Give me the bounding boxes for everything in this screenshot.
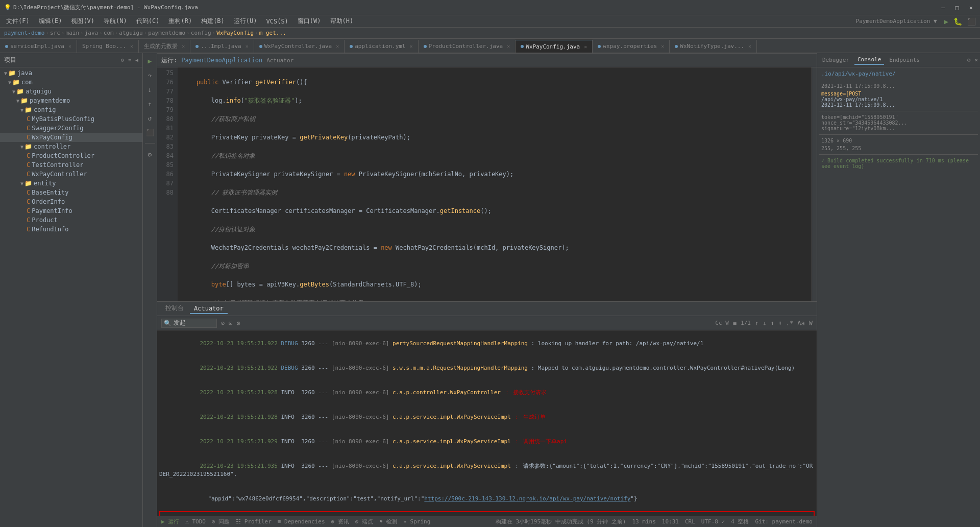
tree-item-controller[interactable]: ▼ 📁 controller: [0, 142, 142, 151]
stop-btn[interactable]: ⬛: [144, 127, 156, 138]
tab-close[interactable]: ✕: [246, 43, 249, 49]
clear-btn[interactable]: ⊡: [229, 320, 232, 327]
tab-close[interactable]: ✕: [584, 44, 587, 50]
maximize-button[interactable]: □: [952, 3, 962, 12]
tree-item-baseentity[interactable]: C BaseEntity: [0, 188, 142, 197]
scroll-btn[interactable]: ≡: [733, 320, 737, 327]
tree-item-wxpayconfig[interactable]: C WxPayConfig: [0, 133, 142, 142]
tree-item-entity[interactable]: ▼ 📁 entity: [0, 179, 142, 188]
bc-src[interactable]: src: [50, 30, 60, 36]
bc-config[interactable]: config: [191, 30, 211, 36]
tab-springboot[interactable]: Spring Boo... ✕: [77, 40, 139, 53]
tab-close[interactable]: ✕: [410, 43, 413, 49]
tab-close[interactable]: ✕: [68, 43, 71, 49]
menu-refactor[interactable]: 重构(R): [164, 16, 196, 27]
indent[interactable]: 4 空格: [731, 518, 749, 525]
run-app-selector[interactable]: PaymentDemoApplication ▼: [852, 18, 941, 25]
tree-item-testcontroller[interactable]: C TestController: [0, 160, 142, 170]
tab-appyml[interactable]: application.yml ✕: [345, 40, 418, 53]
menu-vcs[interactable]: VCS(S): [262, 17, 292, 26]
menu-build[interactable]: 构建(B): [197, 16, 229, 27]
tree-item-swagger[interactable]: C Swagger2Config: [0, 124, 142, 133]
git-branch[interactable]: Git: payment-demo: [755, 518, 813, 525]
status-deps[interactable]: ≡ Dependencies: [278, 518, 325, 525]
tab-serviceimpl[interactable]: serviceImpl.java ✕: [0, 40, 77, 53]
api-path[interactable]: .io/api/wx-pay/native/: [819, 69, 978, 78]
tree-item-mybatisplus[interactable]: C MyBatisPlusConfig: [0, 114, 142, 124]
tab-wxpayconfig[interactable]: WxPayConfig.java ✕: [516, 40, 593, 53]
console-content[interactable]: 2022-10-23 19:55:21.922 DEBUG 3260 --- […: [157, 330, 817, 516]
tab-close[interactable]: ✕: [130, 43, 133, 49]
minimize-button[interactable]: —: [938, 3, 948, 12]
menu-view[interactable]: 视图(V): [67, 16, 99, 27]
case-btn[interactable]: Aa: [797, 320, 804, 327]
menu-file[interactable]: 文件(F): [2, 16, 34, 27]
tree-item-refundinfo[interactable]: C RefundInfo: [0, 225, 142, 234]
step-out-btn[interactable]: ↑: [144, 98, 156, 109]
debug-button-top[interactable]: 🐛: [951, 17, 964, 26]
actuator-tab[interactable]: Actuator: [266, 57, 293, 64]
collapse-btn[interactable]: ⬇: [778, 320, 782, 327]
search-box[interactable]: 🔍: [161, 319, 217, 328]
tree-item-config[interactable]: ▼ 📁 config: [0, 105, 142, 114]
r-tab-debugger[interactable]: Debugger: [819, 56, 852, 64]
bc-java[interactable]: java: [85, 30, 99, 36]
step-over-btn[interactable]: ↷: [144, 69, 156, 81]
bc-payment[interactable]: payment-demo: [4, 30, 44, 36]
sidebar-expand[interactable]: ◀: [135, 57, 138, 63]
menu-help[interactable]: 帮助(H): [326, 16, 358, 27]
bc-com[interactable]: com: [104, 30, 114, 36]
word-wrap-btn[interactable]: Cc W: [715, 320, 729, 326]
filter-btn[interactable]: ⊘: [221, 320, 225, 327]
tree-item-java[interactable]: ▼ 📁 java: [0, 68, 142, 78]
menu-edit[interactable]: 编辑(E): [35, 16, 66, 27]
tree-item-wxpaycontroller[interactable]: C WxPayController: [0, 170, 142, 179]
tab-wxpaycontroller[interactable]: WxPayController.java ✕: [254, 40, 345, 53]
bc-paymentdemo[interactable]: paymentdemo: [148, 30, 185, 36]
sidebar-collapse[interactable]: ≡: [128, 57, 131, 63]
status-problems[interactable]: ⊙ 问题: [212, 518, 230, 525]
tab-metadata[interactable]: 生成的元数据 ✕: [139, 40, 190, 53]
menu-nav[interactable]: 导航(N): [100, 16, 131, 27]
run-btn[interactable]: ▶: [144, 55, 156, 66]
tab-close[interactable]: ✕: [182, 43, 185, 49]
app-name[interactable]: PaymentDemoApplication: [181, 57, 262, 64]
right-close[interactable]: ✕: [974, 57, 978, 63]
sidebar-settings[interactable]: ⚙: [121, 57, 124, 63]
tree-item-productcontroller[interactable]: C ProductController: [0, 151, 142, 160]
code-editor[interactable]: 75 76 77 78 79 80 81 82 83 84 85 86 87 8…: [157, 67, 817, 301]
status-endpoints[interactable]: ⊙ 端点: [355, 518, 373, 525]
bc-main[interactable]: main: [66, 30, 80, 36]
status-run[interactable]: ▶ 运行: [161, 518, 179, 525]
step-into-btn[interactable]: ↓: [144, 84, 156, 95]
r-tab-console[interactable]: Console: [854, 55, 884, 65]
tab-console[interactable]: 控制台: [161, 303, 188, 315]
menu-window[interactable]: 窗口(W): [293, 16, 325, 27]
tree-item-orderinfo[interactable]: C OrderInfo: [0, 197, 142, 206]
scrollbar[interactable]: [812, 67, 817, 301]
tab-actuator[interactable]: Actuator: [190, 304, 228, 314]
menu-code[interactable]: 代码(C): [132, 16, 164, 27]
prev-btn[interactable]: ↑: [755, 320, 758, 327]
run-button-top[interactable]: ▶: [942, 17, 950, 26]
tab-close[interactable]: ✕: [748, 43, 751, 49]
tree-item-com[interactable]: ▼ 📁 com: [0, 78, 142, 87]
tab-wxpayprops[interactable]: wxpay.properties ✕: [593, 40, 670, 53]
encoding[interactable]: UTF-8 ✓: [701, 518, 725, 525]
close-button[interactable]: ✕: [966, 3, 976, 12]
status-spring[interactable]: ✦ Spring: [403, 518, 430, 525]
tab-productcontroller[interactable]: ProductController.java ✕: [419, 40, 516, 53]
tab-impl[interactable]: ...Impl.java ✕: [190, 40, 254, 53]
status-detect[interactable]: ⚑ 检测: [379, 518, 397, 525]
word-btn[interactable]: W: [809, 320, 813, 327]
bc-atguigu[interactable]: atguigu: [119, 30, 142, 36]
status-todo[interactable]: ⚠ TODO: [185, 518, 206, 525]
status-news[interactable]: ⊕ 资讯: [331, 518, 349, 525]
regex-btn[interactable]: .*: [786, 320, 793, 327]
tab-close[interactable]: ✕: [336, 43, 339, 49]
bc-mget[interactable]: m get...: [259, 30, 286, 36]
status-profiler[interactable]: ☷ Profiler: [236, 518, 272, 525]
rerun-btn[interactable]: ↺: [144, 112, 156, 124]
r-tab-endpoints[interactable]: Endpoints: [886, 56, 923, 64]
stop-button-top[interactable]: ⬛: [965, 17, 978, 26]
